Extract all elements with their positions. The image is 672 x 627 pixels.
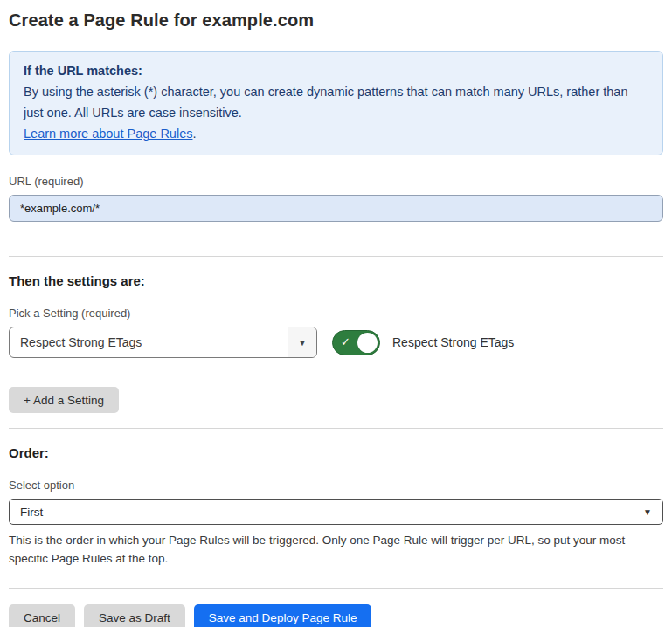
section-divider bbox=[9, 428, 663, 429]
order-help-text: This is the order in which your Page Rul… bbox=[9, 531, 663, 568]
order-select-label: Select option bbox=[9, 479, 663, 492]
footer-divider bbox=[9, 588, 663, 589]
save-deploy-button[interactable]: Save and Deploy Page Rule bbox=[194, 604, 372, 627]
setting-select-value: Respect Strong ETags bbox=[10, 327, 288, 357]
info-box-heading: If the URL matches: bbox=[24, 60, 648, 81]
settings-section-heading: Then the settings are: bbox=[9, 273, 663, 288]
respect-strong-etags-toggle[interactable]: ✓ bbox=[332, 330, 380, 355]
add-setting-button[interactable]: + Add a Setting bbox=[9, 387, 119, 413]
url-match-info-box: If the URL matches: By using the asteris… bbox=[9, 51, 663, 155]
setting-toggle-group: ✓ Respect Strong ETags bbox=[332, 330, 514, 355]
info-box-body: By using the asterisk (*) character, you… bbox=[24, 81, 648, 123]
pick-setting-label: Pick a Setting (required) bbox=[9, 307, 663, 320]
toggle-knob bbox=[357, 333, 378, 353]
page-title: Create a Page Rule for example.com bbox=[9, 10, 663, 31]
setting-select-arrow-button[interactable]: ▼ bbox=[288, 327, 316, 357]
chevron-down-icon: ▼ bbox=[298, 338, 307, 348]
footer-buttons: Cancel Save as Draft Save and Deploy Pag… bbox=[9, 604, 663, 627]
chevron-down-icon: ▼ bbox=[643, 507, 652, 517]
order-section-heading: Order: bbox=[9, 445, 663, 460]
section-divider bbox=[9, 256, 663, 257]
order-select[interactable]: First ▼ bbox=[9, 499, 663, 525]
url-input[interactable] bbox=[9, 195, 663, 222]
toggle-label: Respect Strong ETags bbox=[392, 335, 514, 349]
cancel-button[interactable]: Cancel bbox=[9, 604, 75, 627]
learn-more-link[interactable]: Learn more about Page Rules bbox=[24, 127, 192, 141]
create-page-rule-panel: Create a Page Rule for example.com If th… bbox=[0, 0, 672, 627]
info-box-link-line: Learn more about Page Rules. bbox=[24, 123, 648, 144]
setting-row: Respect Strong ETags ▼ ✓ Respect Strong … bbox=[9, 327, 663, 358]
order-select-value: First bbox=[20, 506, 643, 519]
url-field-label: URL (required) bbox=[9, 175, 663, 188]
link-suffix: . bbox=[192, 127, 196, 141]
check-icon: ✓ bbox=[341, 336, 350, 348]
setting-select[interactable]: Respect Strong ETags ▼ bbox=[9, 327, 317, 358]
save-draft-button[interactable]: Save as Draft bbox=[84, 604, 185, 627]
